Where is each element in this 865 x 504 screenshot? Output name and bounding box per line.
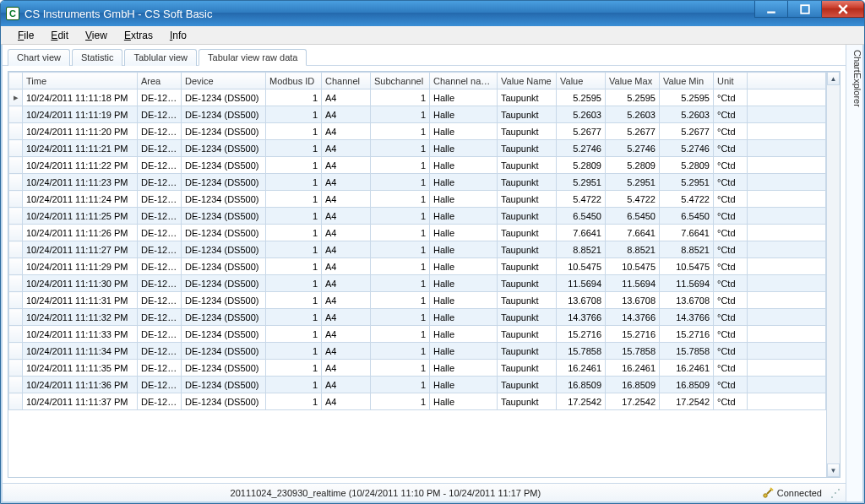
cell-value_min: 5.2603 — [660, 106, 714, 123]
column-header-device[interactable]: Device — [182, 73, 266, 89]
cell-filler — [748, 360, 826, 377]
table-row[interactable]: 10/24/2011 11:11:33 PMDE-1234DE-1234 (DS… — [9, 326, 826, 343]
cell-filler — [748, 123, 826, 140]
table-row[interactable]: 10/24/2011 11:11:30 PMDE-1234DE-1234 (DS… — [9, 275, 826, 292]
cell-modbus_id: 1 — [266, 89, 322, 106]
table-row[interactable]: 10/24/2011 11:11:29 PMDE-1234DE-1234 (DS… — [9, 258, 826, 275]
table-row[interactable]: 10/24/2011 11:11:22 PMDE-1234DE-1234 (DS… — [9, 157, 826, 174]
titlebar[interactable]: C CS Instruments GmbH - CS Soft Basic — [1, 1, 864, 26]
table-row[interactable]: 10/24/2011 11:11:32 PMDE-1234DE-1234 (DS… — [9, 309, 826, 326]
table-row[interactable]: 10/24/2011 11:11:26 PMDE-1234DE-1234 (DS… — [9, 225, 826, 241]
column-header-value_max[interactable]: Value Max — [606, 73, 660, 89]
cell-subchannel: 1 — [371, 89, 430, 106]
minimize-button[interactable] — [754, 1, 788, 18]
cell-value_min: 15.7858 — [660, 343, 714, 360]
tabstrip: Chart viewStatisticTablular viewTabular … — [3, 45, 846, 66]
cell-modbus_id: 1 — [266, 377, 322, 393]
cell-subchannel: 1 — [371, 393, 430, 410]
cell-time: 10/24/2011 11:11:34 PM — [23, 343, 138, 360]
cell-value_max: 14.3766 — [606, 309, 660, 326]
column-header-modbus_id[interactable]: Modbus ID — [266, 73, 322, 89]
tab-statistic[interactable]: Statistic — [72, 49, 123, 66]
cell-modbus_id: 1 — [266, 326, 322, 343]
column-header-value_min[interactable]: Value Min — [660, 73, 714, 89]
resize-grip-icon[interactable]: ⋰ — [830, 487, 839, 499]
scroll-up-arrow-icon[interactable]: ▲ — [827, 72, 840, 85]
table-row[interactable]: 10/24/2011 11:11:23 PMDE-1234DE-1234 (DS… — [9, 174, 826, 191]
cell-channel: A4 — [322, 208, 371, 225]
cell-value: 11.5694 — [557, 275, 606, 292]
table-row[interactable]: 10/24/2011 11:11:34 PMDE-1234DE-1234 (DS… — [9, 343, 826, 360]
cell-area: DE-1234 — [138, 377, 182, 393]
cell-channel_name: Halle — [430, 258, 498, 275]
cell-channel_name: Halle — [430, 360, 498, 377]
tab-tablular-view[interactable]: Tablular view — [124, 49, 197, 66]
table-row[interactable]: 10/24/2011 11:11:37 PMDE-1234DE-1234 (DS… — [9, 393, 826, 410]
cell-subchannel: 1 — [371, 275, 430, 292]
table-row[interactable]: 10/24/2011 11:11:24 PMDE-1234DE-1234 (DS… — [9, 191, 826, 208]
cell-value_max: 5.2809 — [606, 157, 660, 174]
cell-subchannel: 1 — [371, 191, 430, 208]
maximize-button[interactable] — [788, 1, 822, 18]
cell-value_max: 5.2677 — [606, 123, 660, 140]
menu-info[interactable]: Info — [161, 28, 195, 43]
cell-unit: °Ctd — [714, 309, 748, 326]
table-row[interactable]: 10/24/2011 11:11:25 PMDE-1234DE-1234 (DS… — [9, 208, 826, 225]
column-header-channel[interactable]: Channel — [322, 73, 371, 89]
menu-edit[interactable]: Edit — [42, 28, 77, 43]
column-header-value_name[interactable]: Value Name — [498, 73, 557, 89]
cell-channel: A4 — [322, 393, 371, 410]
cell-modbus_id: 1 — [266, 157, 322, 174]
table-row[interactable]: 10/24/2011 11:11:27 PMDE-1234DE-1234 (DS… — [9, 241, 826, 258]
cell-value_name: Taupunkt — [498, 326, 557, 343]
table-row[interactable]: 10/24/2011 11:11:19 PMDE-1234DE-1234 (DS… — [9, 106, 826, 123]
cell-value_max: 10.5475 — [606, 258, 660, 275]
row-indicator — [9, 275, 23, 292]
column-header-area[interactable]: Area — [138, 73, 182, 89]
cell-device: DE-1234 (DS500) — [182, 123, 266, 140]
column-header-time[interactable]: Time — [23, 73, 138, 89]
column-header-value[interactable]: Value — [557, 73, 606, 89]
vertical-scrollbar[interactable]: ▲ ▼ — [826, 72, 840, 477]
table-row[interactable]: 10/24/2011 11:11:36 PMDE-1234DE-1234 (DS… — [9, 377, 826, 393]
cell-filler — [748, 377, 826, 393]
cell-device: DE-1234 (DS500) — [182, 157, 266, 174]
cell-time: 10/24/2011 11:11:31 PM — [23, 292, 138, 309]
cell-device: DE-1234 (DS500) — [182, 89, 266, 106]
cell-value_name: Taupunkt — [498, 241, 557, 258]
menu-file[interactable]: File — [9, 28, 42, 43]
table-row[interactable]: 10/24/2011 11:11:35 PMDE-1234DE-1234 (DS… — [9, 360, 826, 377]
column-header-unit[interactable]: Unit — [714, 73, 748, 89]
cell-channel_name: Halle — [430, 393, 498, 410]
scroll-down-arrow-icon[interactable]: ▼ — [827, 463, 840, 477]
row-indicator — [9, 123, 23, 140]
tab-tabular-view-raw-data[interactable]: Tabular view raw data — [199, 49, 307, 66]
row-indicator — [9, 360, 23, 377]
column-header-subchannel[interactable]: Subchannel — [371, 73, 430, 89]
cell-value_name: Taupunkt — [498, 208, 557, 225]
menu-extras[interactable]: Extras — [116, 28, 161, 43]
close-button[interactable] — [822, 1, 864, 18]
cell-value: 5.2677 — [557, 123, 606, 140]
tab-chart-view[interactable]: Chart view — [8, 49, 70, 66]
cell-value_max: 5.2595 — [606, 89, 660, 106]
cell-value_name: Taupunkt — [498, 123, 557, 140]
cell-time: 10/24/2011 11:11:32 PM — [23, 309, 138, 326]
cell-channel_name: Halle — [430, 326, 498, 343]
cell-channel_name: Halle — [430, 309, 498, 326]
table-row[interactable]: 10/24/2011 11:11:20 PMDE-1234DE-1234 (DS… — [9, 123, 826, 140]
cell-value_max: 16.2461 — [606, 360, 660, 377]
table-row[interactable]: ▸10/24/2011 11:11:18 PMDE-1234DE-1234 (D… — [9, 89, 826, 106]
side-panel-tab[interactable]: ChartExplorer — [846, 45, 862, 501]
cell-filler — [748, 89, 826, 106]
connection-label: Connected — [777, 488, 822, 498]
cell-channel: A4 — [322, 275, 371, 292]
cell-value_max: 5.2746 — [606, 140, 660, 157]
table-row[interactable]: 10/24/2011 11:11:21 PMDE-1234DE-1234 (DS… — [9, 140, 826, 157]
cell-value: 8.8521 — [557, 241, 606, 258]
column-header-channel_name[interactable]: Channel name — [430, 73, 498, 89]
menu-view[interactable]: View — [77, 28, 116, 43]
grid[interactable]: TimeAreaDeviceModbus IDChannelSubchannel… — [8, 71, 841, 478]
table-row[interactable]: 10/24/2011 11:11:31 PMDE-1234DE-1234 (DS… — [9, 292, 826, 309]
cell-value_name: Taupunkt — [498, 377, 557, 393]
